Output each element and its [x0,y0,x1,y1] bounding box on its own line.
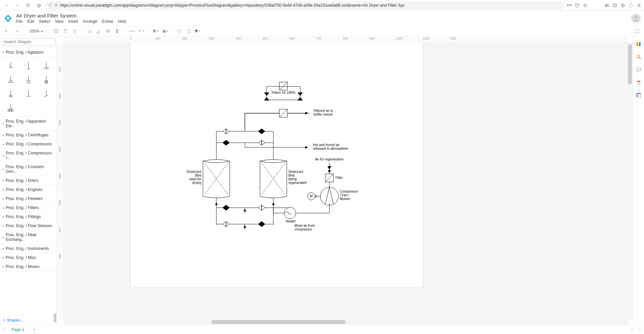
panel-scrollbar[interactable] [54,313,56,323]
category-item[interactable]: Proc. Eng. / Apparatus Ele... [0,117,57,131]
label-bed-right-1[interactable]: Desiccant [288,170,303,174]
category-item[interactable]: Proc. Eng. / Misc [0,253,57,262]
comments-panel-icon[interactable] [635,66,642,73]
label-heater[interactable]: Heater [286,219,296,223]
account-icon[interactable] [621,3,625,8]
document-title[interactable]: Air Dryer and Filter System [16,13,126,18]
valve-row3-right-open[interactable] [258,205,265,210]
label-filter[interactable]: Filter [335,176,343,180]
menu-edit[interactable]: Edit [27,19,34,24]
guides-button[interactable] [185,27,193,35]
category-item[interactable]: Proc. Eng. / Instruments [0,244,57,253]
next-page-button[interactable]: › [636,327,644,332]
label-filtered-air-1[interactable]: Filtered air to [314,109,333,113]
pocket-icon[interactable] [575,3,580,8]
shape-agitator-6[interactable] [38,74,54,86]
shape-agitator-1[interactable] [3,60,18,72]
tabs-menu-icon[interactable]: ⋮ [0,327,7,332]
label-hot-humid-2[interactable]: released to atmosphere [313,147,348,150]
insert-button[interactable]: +▼ [195,27,200,35]
desiccant-bed-left[interactable] [203,159,230,198]
library-icon[interactable] [604,3,609,8]
menu-arrange[interactable]: Arrange [83,19,97,24]
label-hot-humid-1[interactable]: Hot and humid air [313,143,340,147]
category-item[interactable]: Proc. Eng. / Flow Sensors [0,221,57,230]
shape-agitator-10[interactable] [3,102,18,114]
valve-row2-right-open[interactable] [258,140,265,145]
menu-insert[interactable]: Insert [68,19,78,24]
horizontal-scrollbar[interactable] [64,319,627,325]
category-item[interactable]: Proc. Eng. / Centrifuges [0,131,57,140]
compressor[interactable] [320,187,338,205]
redo-button[interactable] [13,27,20,35]
label-bed-right-2[interactable]: Bed [288,174,294,177]
waypoint-style-button[interactable]: ▼ [138,27,145,35]
fullscreen-button[interactable] [633,27,641,35]
page-tab-1[interactable]: Page-1 [7,325,30,334]
extension-icon[interactable] [629,3,633,8]
sidebar-icon[interactable] [612,3,617,8]
category-item[interactable]: Proc. Eng. / Mixers [0,262,57,271]
menu-view[interactable]: View [55,19,63,24]
shape-agitator-7[interactable] [3,88,18,100]
delete-button[interactable] [71,27,78,35]
more-icon[interactable]: ••• [567,3,572,8]
label-bed-left-4[interactable]: drying [192,181,201,185]
outline-panel-icon[interactable] [635,92,642,98]
search-shapes-input[interactable] [2,38,56,46]
forward-button[interactable] [13,1,21,9]
format-painter-button[interactable] [114,27,121,35]
shape-agitator-9[interactable] [38,88,54,100]
back-button[interactable] [3,1,11,9]
menu-file[interactable]: File [16,19,22,24]
heater[interactable] [284,207,296,219]
user-avatar-icon[interactable] [631,14,641,23]
category-item[interactable]: Proc. Eng. / Feeders [0,194,57,203]
page[interactable]: Filters 2X 100% Filtered air to buffer v… [131,42,423,287]
label-air-regen[interactable]: Air for regeneration [315,157,344,161]
valve-row4-right-closed[interactable] [258,221,265,227]
search-panel-icon[interactable] [635,54,642,60]
category-item[interactable]: Proc. Eng. / Fittings [0,212,57,221]
label-moist-2[interactable]: compressor [294,227,312,231]
label-bed-left-2[interactable]: Bed [195,174,201,177]
bookmark-star-icon[interactable] [583,3,588,8]
canvas[interactable]: Filters 2X 100% Filtered air to buffer v… [64,42,627,319]
more-shapes-button[interactable]: + Shapes... [0,316,57,325]
category-item[interactable]: Proc. Eng. / Heat Exchang... [0,230,57,244]
label-moist-1[interactable]: Moist air from [294,224,315,227]
valve-row1-left-open[interactable] [223,129,229,134]
to-front-button[interactable]: ▼ [152,27,159,35]
category-item[interactable]: Proc. Eng. / Driers [0,176,57,185]
line-color-button[interactable] [95,27,102,35]
valve-row3-left-closed[interactable] [223,205,229,210]
prev-page-button[interactable]: ‹ [628,327,636,332]
line[interactable] [245,113,279,129]
fill-color-button[interactable] [86,27,93,35]
desiccant-bed-right[interactable] [260,159,287,198]
category-item[interactable]: Proc. Eng. / Filters [0,203,57,212]
label-bed-left-1[interactable]: Desiccant [186,170,201,174]
valve-row1-right-closed[interactable] [258,129,265,134]
category-agitators[interactable]: Proc. Eng. / Agitators [0,48,57,57]
menu-select[interactable]: Select [39,19,50,24]
add-page-button[interactable]: + [30,327,39,332]
paste-button[interactable] [62,27,69,35]
label-bed-left-3[interactable]: used for [189,177,202,181]
grid-button[interactable] [176,27,183,35]
diagram[interactable]: Filters 2X 100% Filtered air to buffer v… [131,42,423,287]
undo-button[interactable] [3,27,11,35]
menu-extras[interactable]: Extras [102,19,113,24]
category-item[interactable]: Proc. Eng. / Engines [0,185,57,194]
url-bar[interactable]: https://online.visual-paradigm.com/app/d… [46,1,564,9]
label-filters-top[interactable]: Filters 2X 100% [272,91,296,94]
shape-agitator-3[interactable] [38,60,54,72]
shadow-button[interactable] [104,27,112,35]
label-bed-right-4[interactable]: regenerated [288,181,307,185]
shape-agitator-4[interactable] [3,74,18,86]
label-compressor-2[interactable]: / Fan / [340,193,350,197]
connection-style-button[interactable]: ▼ [128,27,136,35]
label-compressor-3[interactable]: Blower [340,197,350,201]
layers-panel-icon[interactable] [635,79,642,86]
zoom-dropdown[interactable]: 100% ▼ [27,29,45,34]
